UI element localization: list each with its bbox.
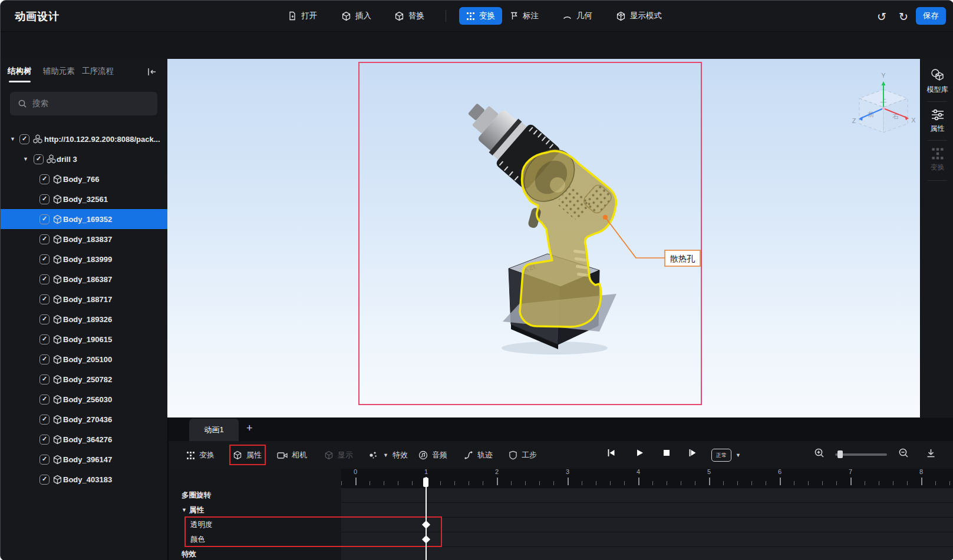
- tree-checkbox[interactable]: ✓: [39, 194, 50, 204]
- timeline-row-label[interactable]: 多圈旋转: [182, 488, 211, 502]
- tree-item-selected[interactable]: ✓Body_169352: [1, 209, 167, 229]
- annotate-button[interactable]: 标注: [509, 8, 539, 24]
- tree-expand-caret[interactable]: ▼: [23, 156, 28, 162]
- panel-properties[interactable]: 属性: [921, 108, 953, 134]
- tree-checkbox[interactable]: ✓: [39, 294, 50, 304]
- search-placeholder: 搜索: [32, 98, 48, 109]
- tl-tool-transform[interactable]: 变换: [186, 448, 215, 462]
- tree-checkbox[interactable]: ✓: [39, 314, 50, 324]
- playback-speed-button[interactable]: 正常 ▼: [711, 449, 741, 462]
- tree-item[interactable]: ✓Body_256030: [1, 389, 167, 409]
- export-download-button[interactable]: [924, 446, 937, 459]
- undo-button[interactable]: ↺: [877, 9, 886, 24]
- animation-tab[interactable]: 动画1: [189, 419, 239, 441]
- add-animation-button[interactable]: +: [246, 422, 253, 435]
- tl-tool-display[interactable]: 显示: [324, 448, 353, 462]
- tree-item[interactable]: ✓Body_186387: [1, 269, 167, 289]
- tree-checkbox[interactable]: ✓: [39, 334, 50, 344]
- body-cube-icon: [52, 194, 62, 204]
- tree-item[interactable]: ▼✓http://10.122.92.200:8088/pack...: [1, 129, 167, 149]
- zoom-out-icon: [898, 448, 909, 458]
- tab-process-flow[interactable]: 工序流程: [82, 66, 114, 77]
- tree-item-label: http://10.122.92.200:8088/pack...: [44, 135, 160, 144]
- step-forward-button[interactable]: [686, 446, 699, 459]
- tl-tool-audio[interactable]: 音频: [418, 448, 447, 462]
- insert-button[interactable]: 插入: [341, 8, 371, 24]
- tree-checkbox[interactable]: ✓: [39, 234, 50, 244]
- tree-item[interactable]: ✓Body_403183: [1, 469, 167, 489]
- tree-item[interactable]: ✓Body_190615: [1, 329, 167, 349]
- zoom-slider-handle[interactable]: [837, 450, 843, 458]
- tree-expand-caret[interactable]: ▼: [10, 136, 15, 142]
- tree-checkbox[interactable]: ✓: [34, 154, 44, 164]
- tree-checkbox[interactable]: ✓: [39, 435, 50, 445]
- assembly-icon: [46, 154, 56, 164]
- timeline-row-label[interactable]: ▼属性: [182, 503, 204, 517]
- panel-transform[interactable]: 变换: [921, 147, 953, 173]
- effects-dropdown-caret[interactable]: ▼: [383, 452, 388, 458]
- stop-button[interactable]: [660, 446, 673, 459]
- tl-tool-effects[interactable]: ▼ 特效: [368, 448, 408, 462]
- save-button[interactable]: 保存: [916, 7, 946, 25]
- tl-tool-workstep[interactable]: 工步: [509, 448, 537, 462]
- tree-checkbox[interactable]: ✓: [39, 354, 50, 365]
- tree-checkbox[interactable]: ✓: [39, 254, 50, 264]
- tree-item[interactable]: ✓Body_364276: [1, 429, 167, 449]
- tree-item[interactable]: ✓Body_32561: [1, 189, 167, 209]
- geometry-button[interactable]: 几何: [562, 8, 592, 24]
- tree-checkbox[interactable]: ✓: [39, 395, 50, 405]
- tab-structure-tree[interactable]: 结构树: [8, 66, 32, 77]
- tree-checkbox[interactable]: ✓: [39, 274, 50, 284]
- tree-checkbox[interactable]: ✓: [39, 455, 50, 465]
- transform-grid-icon: [466, 12, 475, 21]
- timeline-track-area[interactable]: [341, 469, 953, 560]
- timeline-row-label[interactable]: 透明度: [190, 518, 213, 532]
- redo-button[interactable]: ↻: [899, 9, 908, 24]
- tree-item[interactable]: ▼✓drill 3: [1, 149, 167, 169]
- tree-checkbox[interactable]: ✓: [39, 375, 50, 385]
- step-back-button[interactable]: [605, 446, 618, 459]
- timeline-row-label[interactable]: 颜色: [190, 532, 205, 546]
- transform-mode-button[interactable]: 变换: [459, 7, 502, 25]
- tl-tool-camera[interactable]: 相机: [277, 448, 307, 462]
- replace-button[interactable]: 替换: [394, 8, 424, 24]
- timeline-zoom-slider[interactable]: [835, 453, 887, 456]
- tree-checkbox[interactable]: ✓: [39, 214, 50, 224]
- drill-body-selected[interactable]: [514, 140, 616, 327]
- tree-item[interactable]: ✓Body_183837: [1, 229, 167, 249]
- search-input[interactable]: 搜索: [10, 92, 157, 115]
- tree-item[interactable]: ✓Body_270436: [1, 409, 167, 429]
- tree-item[interactable]: ✓Body_396147: [1, 449, 167, 469]
- timeline-zoom-out-button[interactable]: [897, 446, 910, 459]
- body-cube-icon: [52, 455, 62, 465]
- tree-item[interactable]: ✓Body_205100: [1, 349, 167, 369]
- open-button[interactable]: 打开: [288, 8, 317, 24]
- tree-item[interactable]: ✓Body_183999: [1, 249, 167, 269]
- body-cube-icon: [52, 214, 62, 224]
- row-expand-caret[interactable]: ▼: [182, 507, 187, 513]
- play-button[interactable]: [633, 446, 646, 459]
- tree-item[interactable]: ✓Body_766: [1, 169, 167, 189]
- search-icon: [18, 99, 27, 108]
- panel-model-library[interactable]: 模型库: [921, 68, 953, 95]
- tree-item[interactable]: ✓Body_250782: [1, 369, 167, 389]
- timeline-row-label[interactable]: 特效: [182, 547, 196, 560]
- timeline-zoom-in-button[interactable]: [813, 446, 826, 459]
- tree-checkbox[interactable]: ✓: [19, 134, 29, 144]
- tl-tool-trajectory[interactable]: 轨迹: [464, 448, 493, 462]
- tree-item-label: Body_183999: [63, 255, 112, 264]
- tree-checkbox[interactable]: ✓: [39, 174, 50, 184]
- tree-item[interactable]: ✓Body_188717: [1, 289, 167, 309]
- tl-tool-properties[interactable]: 属性: [233, 448, 262, 462]
- tree-item[interactable]: ✓Body_189326: [1, 309, 167, 329]
- tree-checkbox[interactable]: ✓: [39, 475, 50, 485]
- tree-item-label: Body_766: [63, 175, 99, 184]
- view-cube[interactable]: 上 前 右 Y X Z: [852, 72, 916, 132]
- tab-aux-elements[interactable]: 辅助元素: [43, 66, 75, 77]
- display-mode-button[interactable]: 显示模式: [616, 8, 662, 24]
- collapse-sidebar-icon[interactable]: [147, 67, 157, 77]
- annotation-heat-vent[interactable]: 散热孔: [603, 215, 700, 266]
- body-cube-icon: [52, 375, 62, 385]
- tree-checkbox[interactable]: ✓: [39, 415, 50, 425]
- viewport-3d[interactable]: 12 V: [167, 59, 920, 417]
